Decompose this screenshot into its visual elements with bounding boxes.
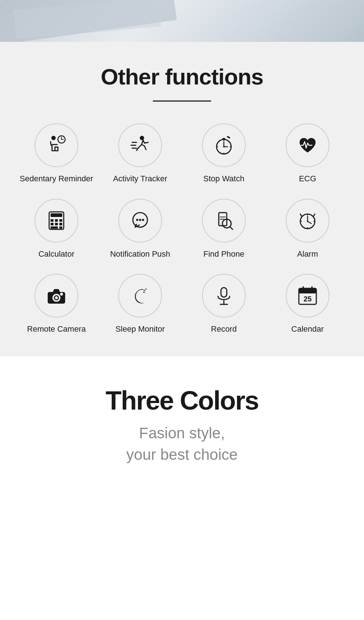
svg-rect-25 (59, 223, 62, 225)
calendar-icon: 25 (297, 285, 318, 307)
sedentary-reminder-label: Sedentary Reminder (20, 174, 93, 184)
svg-point-13 (223, 146, 225, 147)
feature-calculator: Calculator (18, 199, 95, 260)
svg-text:z: z (145, 287, 147, 291)
activity-tracker-label: Activity Tracker (113, 174, 167, 184)
svg-rect-26 (51, 226, 58, 229)
stop-watch-icon-circle (202, 123, 246, 167)
svg-point-51 (60, 293, 63, 296)
calculator-icon (46, 210, 67, 232)
feature-ecg: ECG (269, 123, 346, 184)
svg-rect-19 (51, 213, 62, 217)
svg-point-42 (307, 221, 308, 222)
svg-point-30 (139, 219, 141, 221)
notification-push-icon (129, 210, 151, 232)
svg-point-4 (140, 136, 144, 140)
alarm-label: Alarm (297, 249, 318, 260)
feature-record: Record (186, 274, 262, 335)
ecg-icon-circle (286, 123, 329, 167)
activity-tracker-icon-circle (118, 123, 162, 167)
calendar-label: Calendar (291, 324, 324, 335)
sleep-monitor-icon-circle: Z z (118, 274, 162, 317)
feature-sleep-monitor: Z z Sleep Monitor (102, 274, 178, 335)
svg-rect-54 (221, 288, 227, 297)
alarm-icon-circle (286, 199, 329, 242)
svg-point-0 (51, 136, 56, 140)
svg-line-34 (230, 227, 233, 229)
colors-section: Three Colors Fasion style, your best cho… (0, 356, 364, 495)
find-phone-label: Find Phone (203, 249, 245, 260)
record-icon (213, 285, 235, 307)
remote-camera-label: Remote Camera (27, 324, 86, 335)
svg-rect-20 (51, 219, 54, 222)
feature-sedentary-reminder: Sedentary Reminder (18, 123, 95, 184)
feature-alarm: Alarm (269, 199, 346, 260)
sedentary-reminder-icon (46, 134, 67, 156)
svg-text:25: 25 (304, 295, 312, 303)
svg-rect-23 (51, 223, 54, 225)
svg-rect-27 (59, 226, 62, 229)
find-phone-icon (213, 210, 235, 232)
section-title: Other functions (15, 64, 349, 90)
feature-find-phone: Find Phone (186, 199, 262, 260)
svg-rect-10 (227, 136, 231, 139)
svg-line-38 (300, 214, 302, 216)
calculator-icon-circle (35, 199, 78, 242)
remote-camera-icon-circle (35, 274, 78, 317)
section-divider (153, 100, 211, 102)
svg-point-31 (142, 219, 144, 221)
ecg-icon (297, 134, 318, 156)
functions-section: Other functions Sedentary Reminder (0, 42, 364, 356)
notification-push-label: Notification Push (110, 249, 170, 260)
svg-rect-24 (55, 223, 58, 225)
svg-rect-22 (59, 219, 62, 222)
hero-image (0, 0, 364, 42)
feature-stop-watch: Stop Watch (186, 123, 262, 184)
features-grid: Sedentary Reminder Activity Tracker (18, 123, 346, 335)
svg-point-50 (55, 296, 58, 299)
find-phone-icon-circle (202, 199, 246, 242)
feature-activity-tracker: Activity Tracker (102, 123, 178, 184)
feature-remote-camera: Remote Camera (18, 274, 95, 335)
remote-camera-icon (46, 285, 67, 307)
sedentary-reminder-icon-circle (35, 123, 78, 167)
sleep-monitor-label: Sleep Monitor (115, 324, 165, 335)
ecg-label: ECG (299, 174, 316, 184)
svg-rect-21 (55, 219, 58, 222)
svg-line-39 (313, 214, 315, 216)
activity-tracker-icon (129, 134, 151, 156)
colors-subtitle: Fasion style, your best choice (15, 423, 349, 466)
record-icon-circle (202, 274, 246, 317)
sleep-monitor-icon: Z z (129, 285, 151, 307)
stop-watch-icon (213, 134, 235, 156)
alarm-icon (297, 210, 318, 232)
feature-calendar: 25 Calendar (269, 274, 346, 335)
calculator-label: Calculator (38, 249, 74, 260)
notification-push-icon-circle (118, 199, 162, 242)
colors-subtitle-line1: Fasion style, (139, 424, 225, 442)
colors-subtitle-line2: your best choice (126, 446, 238, 463)
svg-rect-58 (299, 288, 316, 293)
svg-point-29 (136, 219, 138, 221)
calendar-icon-circle: 25 (286, 274, 329, 317)
stop-watch-label: Stop Watch (203, 174, 245, 184)
colors-title: Three Colors (15, 386, 349, 415)
feature-notification-push: Notification Push (102, 199, 178, 260)
record-label: Record (211, 324, 237, 335)
